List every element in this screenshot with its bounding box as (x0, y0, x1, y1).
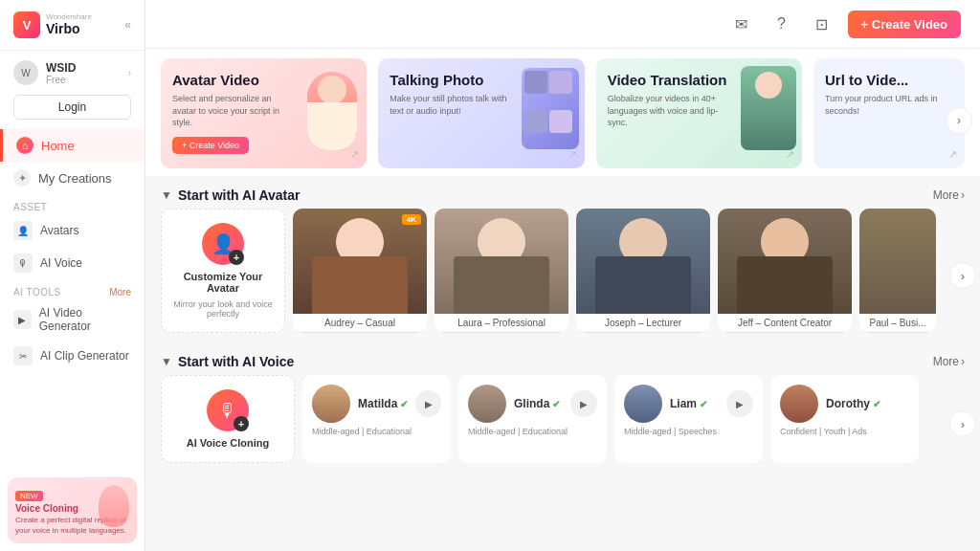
paul-name: Paul – Busi... (859, 314, 936, 332)
sidebar-home-label: Home (41, 139, 75, 153)
feature-card-talking-photo: Talking Photo Make your still photos tal… (378, 58, 584, 168)
video-translation-expand-icon[interactable]: ↗ (786, 148, 794, 161)
video-translation-desc: Globalize your videos in 40+ languages w… (608, 93, 732, 129)
liam-avatar (624, 385, 662, 423)
avatar-card-audrey[interactable]: 4K Audrey – Casual (293, 209, 427, 333)
user-info-row: W WSID Free › (0, 51, 145, 95)
customize-avatar-card[interactable]: 👤 + Customize Your Avatar Mirror your lo… (161, 209, 285, 333)
avatar-section-title-text: Start with AI Avatar (178, 187, 301, 203)
ai-clip-gen-label: AI Clip Generator (40, 349, 129, 363)
user-menu-arrow[interactable]: › (128, 68, 131, 78)
voice-more-button[interactable]: More › (933, 355, 965, 368)
matilda-name: Matilda ✔ (358, 397, 408, 410)
customize-avatar-title: Customize Your Avatar (171, 271, 275, 294)
voice-card-matilda[interactable]: Matilda ✔ ▶ Middle-aged | Educational (302, 375, 451, 463)
avatar-card-jeff[interactable]: Jeff – Content Creator (718, 209, 852, 333)
mail-icon[interactable]: ✉ (727, 10, 756, 38)
ai-tools-header: AI Tools More (0, 279, 145, 299)
question-icon[interactable]: ? (768, 10, 796, 38)
matilda-avatar (312, 385, 350, 423)
avatar-more-label: More (933, 188, 959, 202)
audrey-name: Audrey – Casual (293, 314, 427, 332)
dorothy-card-top: Dorothy ✔ (780, 385, 909, 423)
avatars-label: Avatars (40, 224, 78, 237)
voice-card-liam[interactable]: Liam ✔ ▶ Middle-aged | Speeches (614, 375, 763, 463)
avatar-grid-next-arrow[interactable]: › (949, 262, 976, 289)
url-to-video-title: Url to Vide... (825, 72, 953, 89)
joseph-name: Joseph – Lecturer (576, 314, 710, 332)
ai-video-gen-icon: ▶ (13, 310, 32, 329)
dorothy-name: Dorothy ✔ (826, 397, 880, 410)
voice-section-toggle[interactable]: ▼ (161, 355, 172, 368)
feature-cards-row: Avatar Video Select and personalize an a… (145, 49, 980, 168)
avatar-section-header: ▼ Start with AI Avatar More › (145, 176, 980, 209)
avatar-card-laura[interactable]: Laura – Professional (434, 209, 568, 333)
url-to-video-expand-icon[interactable]: ↗ (948, 148, 957, 161)
glinda-info: Glinda ✔ (514, 397, 560, 410)
ai-clip-gen-icon: ✂ (13, 346, 33, 365)
avatar-section-title: ▼ Start with AI Avatar (161, 187, 300, 203)
dorothy-verified-icon: ✔ (873, 399, 880, 409)
matilda-play-button[interactable]: ▶ (415, 390, 441, 417)
voice-card-glinda[interactable]: Glinda ✔ ▶ Middle-aged | Educational (458, 375, 607, 463)
sidebar-item-ai-video-gen[interactable]: ▶ AI Video Generator (0, 299, 145, 340)
avatar-card-joseph[interactable]: Joseph – Lecturer (576, 209, 710, 333)
avatar-grid: 👤 + Customize Your Avatar Mirror your lo… (145, 209, 980, 342)
feature-card-url-to-video: Url to Vide... Turn your product URL ads… (813, 58, 965, 168)
matilda-card-top: Matilda ✔ ▶ (312, 385, 441, 423)
avatars-icon: 👤 (13, 221, 33, 240)
screen-icon[interactable]: ⊡ (808, 10, 836, 38)
home-icon: ⌂ (16, 137, 33, 154)
sidebar-item-avatars[interactable]: 👤 Avatars (0, 214, 145, 247)
feature-cards-next-arrow[interactable]: › (946, 107, 972, 134)
voice-section: ▼ Start with AI Voice More › 🎙 + AI Voic… (145, 342, 980, 473)
voice-section-title-text: Start with AI Voice (178, 354, 294, 369)
glinda-card-top: Glinda ✔ ▶ (468, 385, 597, 423)
creations-icon: ✦ (13, 169, 31, 187)
voice-more-arrow: › (961, 355, 965, 368)
customize-avatar-icon-wrapper: 👤 + (202, 223, 244, 265)
ai-voice-icon: 🎙 (13, 253, 33, 273)
user-details: WSID Free (46, 61, 121, 85)
dorothy-avatar (780, 385, 818, 423)
create-video-button[interactable]: + Create Video (848, 11, 961, 38)
voice-grid: 🎙 + AI Voice Cloning Matilda (145, 375, 980, 473)
voice-section-title: ▼ Start with AI Voice (161, 354, 294, 369)
voice-grid-next-arrow[interactable]: › (949, 410, 976, 437)
avatar-section-toggle[interactable]: ▼ (161, 188, 172, 202)
talking-photo-expand-icon[interactable]: ↗ (568, 148, 577, 161)
sidebar-item-creations[interactable]: ✦ My Creations (0, 162, 145, 194)
avatar-more-button[interactable]: More › (933, 188, 965, 202)
sidebar-banner: NEW Voice Cloning Create a perfect digit… (8, 477, 137, 543)
dorothy-info: Dorothy ✔ (826, 397, 880, 410)
brand-name: Wondershare (46, 13, 92, 21)
app-logo-icon: V (13, 11, 40, 38)
sidebar-creations-label: My Creations (38, 171, 112, 186)
liam-info: Liam ✔ (670, 397, 707, 410)
liam-play-button[interactable]: ▶ (726, 390, 753, 417)
jeff-name: Jeff – Content Creator (718, 314, 852, 332)
voice-card-dorothy[interactable]: Dorothy ✔ Confident | Youth | Ads (770, 375, 919, 463)
ai-voice-cloning-card[interactable]: 🎙 + AI Voice Cloning (161, 375, 295, 463)
avatar-video-expand-icon[interactable]: ↗ (350, 148, 359, 161)
matilda-info: Matilda ✔ (358, 397, 408, 410)
sidebar-item-ai-clip-gen[interactable]: ✂ AI Clip Generator (0, 340, 145, 372)
sidebar-navigation: ⌂ Home ✦ My Creations Asset 👤 Avatars 🎙 … (0, 129, 145, 470)
sidebar-item-ai-voice[interactable]: 🎙 AI Voice (0, 247, 145, 279)
sidebar: V Wondershare Virbo « W WSID Free › Logi… (0, 0, 145, 551)
glinda-play-button[interactable]: ▶ (570, 390, 597, 417)
glinda-tags: Middle-aged | Educational (468, 427, 597, 436)
ai-tools-more-link[interactable]: More (109, 287, 131, 298)
glinda-avatar (468, 385, 506, 423)
paul-image (859, 209, 936, 314)
liam-name: Liam ✔ (670, 397, 707, 410)
sidebar-collapse-button[interactable]: « (124, 18, 131, 32)
url-to-video-desc: Turn your product URL ads in seconds! (825, 93, 949, 117)
sidebar-item-home[interactable]: ⌂ Home (0, 129, 145, 162)
login-button[interactable]: Login (13, 95, 131, 120)
banner-decoration (99, 485, 129, 527)
avatar-video-cta[interactable]: + Create Video (172, 137, 249, 154)
avatar-card-paul[interactable]: Paul – Busi... (859, 209, 936, 333)
main-header: ✉ ? ⊡ + Create Video (145, 0, 980, 49)
app-name: Virbo (46, 21, 92, 37)
